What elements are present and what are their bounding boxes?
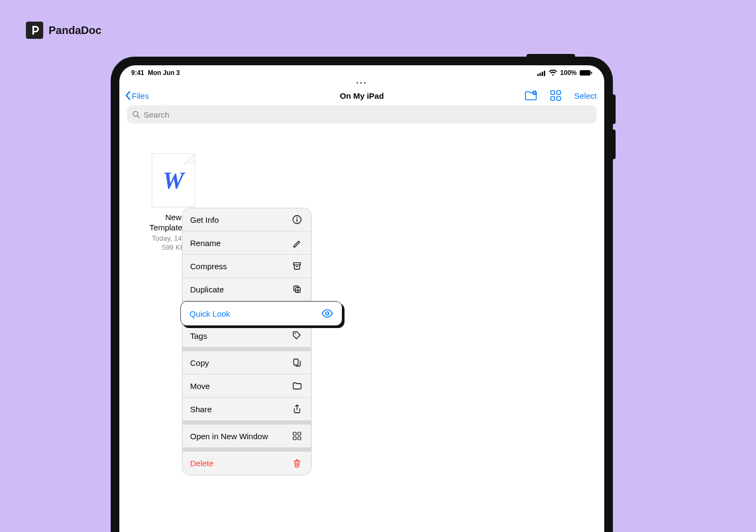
svg-point-11	[133, 111, 138, 116]
menu-item-move[interactable]: Move	[183, 374, 311, 398]
menu-item-label: Tags	[190, 331, 207, 340]
svg-rect-9	[551, 97, 555, 100]
menu-item-label: Rename	[190, 238, 221, 248]
menu-item-duplicate[interactable]: Duplicate	[183, 278, 311, 301]
back-button[interactable]: Files	[125, 91, 149, 100]
view-mode-button[interactable]	[550, 90, 561, 101]
svg-rect-21	[298, 432, 301, 435]
search-placeholder: Search	[144, 110, 170, 119]
pandadoc-brand: PandaDoc	[26, 22, 102, 39]
select-button[interactable]: Select	[574, 91, 597, 100]
svg-rect-5	[591, 72, 592, 74]
menu-item-label: Duplicate	[190, 285, 224, 294]
window-grabber[interactable]: •••	[119, 78, 604, 87]
menu-item-get-info[interactable]: Get Info	[183, 208, 311, 231]
grid-icon	[292, 431, 302, 441]
eye-icon	[321, 309, 333, 318]
folder-icon	[292, 381, 302, 391]
menu-item-label: Move	[190, 381, 210, 391]
menu-item-open-in-new-window[interactable]: Open in New Window	[183, 425, 311, 448]
svg-rect-3	[544, 71, 545, 76]
quick-look-highlight[interactable]: Quick Look	[180, 301, 342, 326]
svg-point-24	[326, 312, 329, 315]
page-title: On My iPad	[340, 91, 384, 100]
nav-bar: Files On My iPad Select	[119, 87, 604, 105]
brand-name: PandaDoc	[49, 24, 102, 37]
tag-icon	[292, 331, 302, 340]
copy-icon	[292, 358, 302, 367]
svg-rect-2	[542, 72, 543, 76]
svg-rect-4	[580, 70, 591, 76]
menu-item-label: Get Info	[190, 215, 219, 224]
svg-rect-7	[551, 91, 555, 94]
menu-item-rename[interactable]: Rename	[183, 231, 311, 255]
svg-rect-8	[557, 91, 561, 94]
menu-separator	[183, 448, 311, 452]
context-menu: Get InfoRenameCompressDuplicateQuick Loo…	[182, 208, 312, 475]
info-icon	[292, 215, 302, 224]
menu-item-copy[interactable]: Copy	[183, 351, 311, 374]
menu-item-delete[interactable]: Delete	[183, 452, 311, 475]
status-bar: 9:41 Mon Jun 3 100%	[119, 65, 604, 78]
trash-icon	[292, 459, 302, 468]
svg-rect-20	[293, 432, 296, 435]
pandadoc-icon	[26, 22, 43, 39]
wifi-icon	[549, 70, 557, 76]
duplicate-icon	[292, 284, 302, 294]
menu-item-label: Open in New Window	[190, 432, 268, 441]
menu-item-label: Copy	[190, 358, 209, 367]
device-volume-down-button	[612, 129, 616, 159]
battery-percent: 100%	[560, 69, 577, 77]
chevron-left-icon	[125, 91, 131, 100]
svg-rect-1	[539, 73, 541, 76]
menu-separator	[183, 421, 311, 425]
svg-rect-19	[294, 359, 298, 365]
menu-item-label: Delete	[190, 459, 213, 468]
svg-rect-23	[298, 437, 301, 440]
menu-item-share[interactable]: Share	[183, 398, 311, 421]
cellular-icon	[537, 70, 546, 76]
device-power-button	[526, 54, 575, 58]
pencil-icon	[292, 238, 302, 248]
archive-icon	[292, 261, 302, 271]
svg-rect-10	[557, 97, 561, 100]
file-type-letter: W	[163, 167, 184, 194]
svg-rect-14	[294, 263, 301, 265]
search-input[interactable]: Search	[127, 105, 597, 124]
back-label: Files	[132, 91, 149, 100]
new-folder-button[interactable]	[524, 90, 537, 101]
svg-rect-22	[293, 437, 296, 440]
quick-look-label: Quick Look	[190, 309, 230, 318]
share-icon	[292, 404, 302, 414]
battery-icon	[579, 70, 592, 76]
menu-item-label: Compress	[190, 262, 227, 271]
svg-rect-0	[537, 74, 539, 76]
file-thumbnail: W	[152, 153, 195, 207]
menu-item-tags[interactable]: Tags	[183, 324, 311, 347]
device-volume-up-button	[612, 94, 616, 124]
magnifier-icon	[132, 111, 140, 119]
svg-point-18	[295, 333, 296, 335]
menu-item-label: Share	[190, 405, 212, 414]
menu-item-compress[interactable]: Compress	[183, 255, 311, 278]
status-time-date: 9:41 Mon Jun 3	[131, 69, 180, 77]
menu-separator	[183, 347, 311, 351]
svg-point-13	[296, 217, 298, 219]
